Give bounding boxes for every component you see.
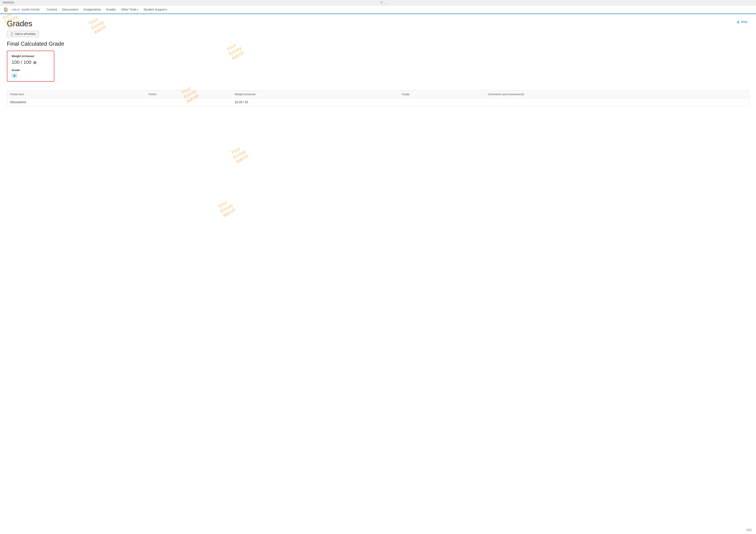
browser-bar: 2020/5/20 C · ... xyxy=(0,0,756,5)
col-grade-item: Grade Item xyxy=(7,90,146,98)
nav-content[interactable]: Content xyxy=(46,7,57,12)
browser-center: C · ... xyxy=(381,1,387,4)
grade-label: Grade xyxy=(12,68,50,72)
grades-table-body: Discussions 18.33 / 20 xyxy=(7,98,749,106)
table-icon[interactable]: ▦ xyxy=(33,60,37,64)
grade-value: A xyxy=(12,73,17,78)
nav-other-tools[interactable]: Other Tools xyxy=(121,7,138,12)
cell-grade-item: Discussions xyxy=(7,98,146,106)
col-weight-achieved: Weight Achieved xyxy=(231,90,399,98)
main-content: 📋 Add to ePortfolio Final Calculated Gra… xyxy=(0,31,756,113)
print-button[interactable]: 🖨 Print xyxy=(735,19,749,25)
table-row: Discussions 18.33 / 20 xyxy=(7,98,749,106)
col-grade: Grade xyxy=(399,90,485,98)
cell-points xyxy=(146,98,231,106)
nav-links: Content Discussions Assignments Grades O… xyxy=(46,7,167,12)
eportfolio-icon: 📋 xyxy=(10,32,14,36)
nav-discussions[interactable]: Discussions xyxy=(62,7,78,12)
grades-table-header-row: Grade Item Points Weight Achieved Grade … xyxy=(7,90,749,98)
print-icon: 🖨 xyxy=(736,20,740,24)
nav-assignments[interactable]: Assignments xyxy=(84,7,101,12)
cell-comments xyxy=(485,98,749,106)
weight-value-row: 100 / 100 ▦ xyxy=(12,60,50,65)
home-icon[interactable]: 🏠 xyxy=(3,7,8,12)
print-label: Print xyxy=(741,20,747,24)
final-calculated-grade-title: Final Calculated Grade xyxy=(7,40,749,47)
weight-achieved-label: Weight Achieved xyxy=(12,55,50,58)
nav-bar: 🏠 ·-101-0 - 0u000.202030 Content Discuss… xyxy=(0,5,756,14)
nav-student-support[interactable]: Student Support xyxy=(144,7,167,12)
weight-value: 100 / 100 xyxy=(12,60,32,65)
col-points: Points xyxy=(146,90,231,98)
nav-grades[interactable]: Grades xyxy=(106,7,116,12)
grades-table: Grade Item Points Weight Achieved Grade … xyxy=(7,90,749,106)
page-header: Grades 🖨 Print xyxy=(0,14,756,31)
browser-date: 2020/5/20 xyxy=(3,1,14,4)
eportfolio-label: Add to ePortfolio xyxy=(15,32,36,36)
cell-grade xyxy=(399,98,485,106)
col-comments: Comments and Assessments xyxy=(485,90,749,98)
add-to-eportfolio-button[interactable]: 📋 Add to ePortfolio xyxy=(7,31,39,37)
breadcrumb: ·-101-0 - 0u000.202030 xyxy=(10,8,40,11)
grades-table-head: Grade Item Points Weight Achieved Grade … xyxy=(7,90,749,98)
cell-weight: 18.33 / 20 xyxy=(231,98,399,106)
page-title: Grades xyxy=(7,19,32,28)
grade-card: Weight Achieved 100 / 100 ▦ Grade A xyxy=(7,51,54,82)
